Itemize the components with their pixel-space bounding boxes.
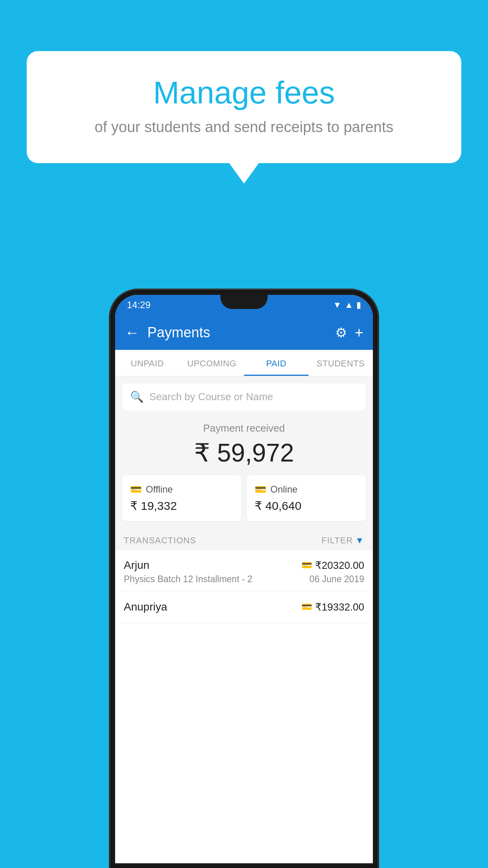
- signal-icon: ▲: [345, 300, 353, 310]
- online-card-header: 💳 Online: [255, 484, 358, 495]
- amount-wrap: 💳 ₹20320.00: [301, 559, 364, 572]
- notch: [220, 295, 268, 309]
- tabs-bar: UNPAID UPCOMING PAID STUDENTS: [115, 350, 373, 376]
- speech-bubble: Manage fees of your students and send re…: [27, 51, 461, 163]
- amount-wrap: 💳 ₹19332.00: [301, 601, 364, 613]
- page-title: Payments: [147, 324, 327, 341]
- transactions-label: TRANSACTIONS: [124, 535, 196, 546]
- payment-label: Payment received: [122, 422, 366, 434]
- wifi-icon: ▼: [333, 300, 341, 310]
- online-label: Online: [270, 484, 297, 495]
- online-icon: 💳: [255, 484, 266, 495]
- transactions-list: Arjun 💳 ₹20320.00 Physics Batch 12 Insta…: [115, 550, 373, 623]
- transactions-header: TRANSACTIONS FILTER ▼: [115, 530, 373, 550]
- app-bar: ← Payments ⚙ +: [115, 315, 373, 350]
- transaction-amount: ₹19332.00: [315, 601, 364, 613]
- offline-card-header: 💳 Offline: [130, 484, 233, 495]
- filter-icon: ▼: [355, 535, 364, 546]
- payment-cards: 💳 Offline ₹ 19,332 💳 Online ₹ 40,640: [115, 475, 373, 530]
- tab-unpaid[interactable]: UNPAID: [115, 350, 180, 376]
- transaction-date: 06 June 2019: [310, 574, 364, 585]
- add-button[interactable]: +: [355, 324, 363, 341]
- speech-bubble-container: Manage fees of your students and send re…: [27, 51, 461, 163]
- transaction-top: Arjun 💳 ₹20320.00: [124, 559, 364, 572]
- online-amount: ₹ 40,640: [255, 499, 358, 513]
- tab-paid[interactable]: PAID: [244, 350, 308, 376]
- online-card: 💳 Online ₹ 40,640: [247, 475, 366, 521]
- offline-payment-icon: 💳: [301, 602, 312, 612]
- offline-label: Offline: [146, 484, 173, 495]
- search-icon: 🔍: [130, 390, 144, 403]
- bubble-subtitle: of your students and send receipts to pa…: [58, 119, 430, 136]
- search-bar[interactable]: 🔍 Search by Course or Name: [122, 383, 366, 410]
- table-row[interactable]: Anupriya 💳 ₹19332.00: [115, 592, 373, 623]
- filter-button[interactable]: FILTER ▼: [321, 535, 364, 546]
- search-input[interactable]: Search by Course or Name: [149, 391, 273, 403]
- transaction-top: Anupriya 💳 ₹19332.00: [124, 601, 364, 613]
- tab-upcoming[interactable]: UPCOMING: [180, 350, 244, 376]
- tab-students[interactable]: STUDENTS: [308, 350, 373, 376]
- phone-frame: 14:29 ▼ ▲ ▮ ← Payments ⚙ + UNPAID UPCOMI…: [110, 290, 378, 868]
- transaction-bottom: Physics Batch 12 Installment - 2 06 June…: [124, 574, 364, 585]
- status-time: 14:29: [127, 300, 150, 311]
- offline-card: 💳 Offline ₹ 19,332: [122, 475, 241, 521]
- filter-label: FILTER: [321, 535, 353, 546]
- phone-screen: 14:29 ▼ ▲ ▮ ← Payments ⚙ + UNPAID UPCOMI…: [115, 295, 373, 863]
- transaction-course: Physics Batch 12 Installment - 2: [124, 574, 252, 585]
- settings-icon[interactable]: ⚙: [335, 325, 347, 340]
- transaction-name: Anupriya: [124, 601, 167, 613]
- back-button[interactable]: ←: [125, 324, 139, 341]
- content-area: 🔍 Search by Course or Name Payment recei…: [115, 376, 373, 623]
- online-payment-icon: 💳: [301, 560, 312, 570]
- status-bar: 14:29 ▼ ▲ ▮: [115, 295, 373, 315]
- status-icons: ▼ ▲ ▮: [333, 300, 361, 310]
- table-row[interactable]: Arjun 💳 ₹20320.00 Physics Batch 12 Insta…: [115, 550, 373, 592]
- offline-amount: ₹ 19,332: [130, 499, 233, 513]
- payment-received-section: Payment received ₹ 59,972: [115, 410, 373, 475]
- transaction-name: Arjun: [124, 559, 149, 572]
- payment-total-amount: ₹ 59,972: [122, 438, 366, 467]
- battery-icon: ▮: [356, 300, 361, 310]
- bubble-title: Manage fees: [58, 75, 430, 111]
- transaction-amount: ₹20320.00: [315, 559, 364, 572]
- offline-icon: 💳: [130, 484, 142, 495]
